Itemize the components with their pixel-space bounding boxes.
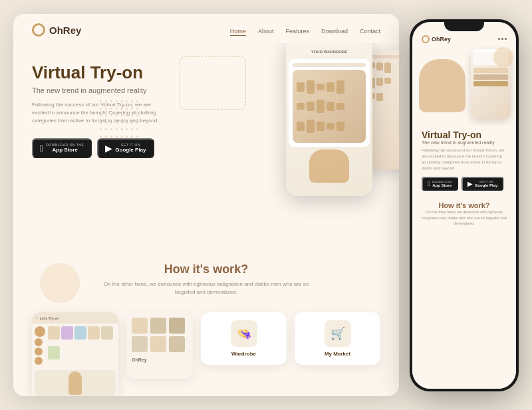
appstore-button[interactable]:  Download on the App Store xyxy=(32,138,92,158)
navbar: OhRey Home About Features Download Conta… xyxy=(13,14,399,43)
tryon-header-text: Let's Try-on xyxy=(40,316,59,320)
logo-icon xyxy=(32,23,45,37)
mobile-appstore-button[interactable]:  Download on the App Store xyxy=(422,177,458,191)
nav-contact[interactable]: Contact xyxy=(360,28,380,35)
feature-product-area: OhRey xyxy=(126,312,193,379)
mobile-logo: OhRey xyxy=(422,35,451,43)
mobile-google-big: Google Play xyxy=(475,183,498,187)
how-title: How it's work? xyxy=(32,262,380,276)
shelf-box xyxy=(293,70,366,143)
hand-visual xyxy=(309,150,349,183)
mobile-logo-text: OhRey xyxy=(432,36,451,43)
wardrobe-icon: 👒 xyxy=(237,326,251,341)
google-small-text: GET IT ON xyxy=(115,143,146,147)
mobile-hero-title: Virtual Try-on xyxy=(422,130,507,141)
mobile-hero-subtitle: The new trend in augmented reality xyxy=(422,140,507,145)
nav-links: Home About Features Download Contact xyxy=(230,24,380,36)
mobile-hero-phones xyxy=(412,46,516,126)
apple-icon:  xyxy=(40,143,43,154)
main-phone-hero: YOUR WARDROBE xyxy=(286,43,372,196)
mobile-appstore-big: App Store xyxy=(432,183,452,187)
mobile-hero-description: Following the success of our Virtual Try… xyxy=(422,148,507,171)
mobile-download-buttons:  Download on the App Store ▶ GET IT ON … xyxy=(422,177,507,191)
avatar-sm-1 xyxy=(35,338,43,346)
hero-title: Virtual Try-on xyxy=(32,63,178,82)
logo-area: OhRey xyxy=(32,23,81,37)
mobile-appstore-small: Download on the xyxy=(432,180,452,183)
market-icon: 🛒 xyxy=(331,326,345,341)
mobile-apple-icon:  xyxy=(428,180,430,187)
wardrobe-card: 👒 Wardrobe xyxy=(201,312,287,365)
mobile-notch xyxy=(444,22,484,31)
hero-section: Virtual Try-on The new trend in augmente… xyxy=(13,43,399,249)
mobile-hand xyxy=(419,59,466,112)
market-label: My Market xyxy=(325,351,350,357)
mobile-how-section: How it's work? On the other hand, we den… xyxy=(412,199,516,229)
mobile-menu-dots[interactable] xyxy=(498,38,507,40)
appstore-big-text: App Store xyxy=(46,147,84,153)
hero-description: Following the success of our Virtual Try… xyxy=(32,101,165,125)
bg-circle-2 xyxy=(40,263,80,303)
mobile-how-title: How it's work? xyxy=(422,201,507,209)
phone-screen-label-text: YOUR WARDROBE xyxy=(311,50,348,54)
googleplay-button[interactable]: ▶ GET IT ON Google Play xyxy=(97,138,154,158)
mobile-nav: OhRey xyxy=(412,31,516,46)
mymarket-card: 🛒 My Market xyxy=(295,312,380,365)
hero-subtitle: The new trend in augmented reality xyxy=(32,86,178,94)
mobile-play-icon: ▶ xyxy=(467,180,473,187)
play-icon: ▶ xyxy=(105,143,112,154)
desktop-mockup: OhRey Home About Features Download Conta… xyxy=(13,14,399,396)
nav-features[interactable]: Features xyxy=(285,28,309,35)
mobile-googleplay-button[interactable]: ▶ GET IT ON Google Play xyxy=(462,177,504,191)
appstore-small-text: Download on the xyxy=(46,143,84,147)
dashed-box-1 xyxy=(180,56,246,110)
features-row: ‹ Let's Try-on xyxy=(13,303,399,396)
google-big-text: Google Play xyxy=(115,147,146,153)
wardrobe-icon-box: 👒 xyxy=(231,320,257,347)
wardrobe-app-screen xyxy=(289,59,370,147)
logo-text: OhRey xyxy=(49,25,81,36)
mobile-screen: OhRey xyxy=(412,22,516,389)
market-icon-box: 🛒 xyxy=(325,320,351,347)
mobile-mockup: OhRey xyxy=(410,19,519,391)
body-silhouette xyxy=(68,371,82,395)
download-buttons:  Download on the App Store ▶ GET IT ON … xyxy=(32,138,178,158)
hero-text: Virtual Try-on The new trend in augmente… xyxy=(32,50,178,158)
mobile-hero-text: Virtual Try-on The new trend in augmente… xyxy=(412,126,516,199)
feature-phone-tryon: ‹ Let's Try-on xyxy=(32,312,118,396)
nav-about[interactable]: About xyxy=(258,28,274,35)
wardrobe-label: Wardrobe xyxy=(231,351,256,357)
nav-home[interactable]: Home xyxy=(230,28,246,36)
mobile-google-small: GET IT ON xyxy=(475,180,498,183)
nav-download[interactable]: Download xyxy=(321,28,348,35)
mobile-logo-circle xyxy=(422,35,430,43)
how-description: On the other hand, we denounce with righ… xyxy=(100,280,313,296)
page-wrapper: OhRey Home About Features Download Conta… xyxy=(13,14,519,396)
product-label: OhRey xyxy=(132,358,188,362)
mobile-deco-circle xyxy=(493,47,513,67)
avatar-main xyxy=(35,326,45,337)
mobile-how-description: On the other hand, we denounce with righ… xyxy=(422,209,507,226)
hero-phones: YOUR WARDROBE xyxy=(160,43,399,249)
